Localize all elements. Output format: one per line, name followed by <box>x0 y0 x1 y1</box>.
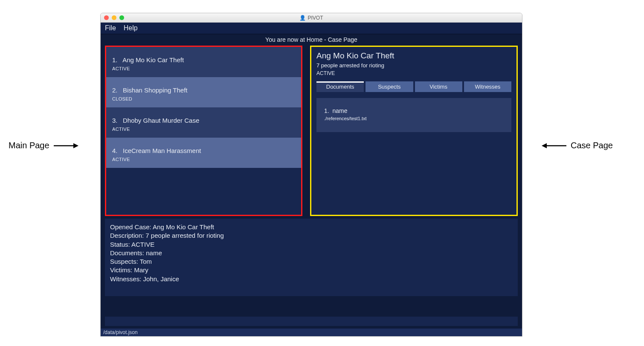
case-list-item[interactable]: 1. Ang Mo Kio Car TheftACTIVE <box>106 47 301 77</box>
case-item-title: 3. Dhoby Ghaut Murder Case <box>112 117 295 124</box>
detail-status: Status: ACTIVE <box>110 240 513 249</box>
detail-witnesses: Witnesses: John, Janice <box>110 275 513 283</box>
annotation-label: Main Page <box>9 141 49 150</box>
titlebar: 👤 PIVOT <box>101 13 522 23</box>
case-item-title: 1. Ang Mo Kio Car Theft <box>112 56 295 63</box>
detail-documents: Documents: name <box>110 249 513 257</box>
case-title: Ang Mo Kio Car Theft <box>316 51 511 61</box>
detail-description: Description: 7 people arrested for rioti… <box>110 231 513 240</box>
main-page-panel: 1. Ang Mo Kio Car TheftACTIVE2. Bishan S… <box>105 46 302 216</box>
tabs: DocumentsSuspectsVictimsWitnesses <box>316 81 511 92</box>
case-list-item[interactable]: 4. IceCream Man HarassmentACTIVE <box>106 138 301 168</box>
case-status: ACTIVE <box>316 70 511 76</box>
breadcrumb: You are now at Home - Case Page <box>101 35 522 46</box>
case-item-title: 4. IceCream Man Harassment <box>112 147 295 154</box>
svg-marker-1 <box>73 143 78 148</box>
window-title: PIVOT <box>307 15 323 21</box>
case-list-item[interactable]: 3. Dhoby Ghaut Murder CaseACTIVE <box>106 107 301 138</box>
annotation-label: Case Page <box>571 141 613 150</box>
document-item[interactable]: 1. name ./references/test1.txt <box>316 98 511 132</box>
menubar: File Help <box>101 23 522 35</box>
main-row: 1. Ang Mo Kio Car TheftACTIVE2. Bishan S… <box>101 46 522 216</box>
command-bar[interactable] <box>105 317 518 326</box>
menu-file[interactable]: File <box>105 24 116 32</box>
case-list-item[interactable]: 2. Bishan Shopping TheftCLOSED <box>106 77 301 107</box>
tab-witnesses[interactable]: Witnesses <box>464 81 511 92</box>
case-item-status: ACTIVE <box>112 66 295 71</box>
window-controls <box>104 15 124 20</box>
tab-suspects[interactable]: Suspects <box>366 81 413 92</box>
case-item-title: 2. Bishan Shopping Theft <box>112 86 295 94</box>
svg-marker-2 <box>542 143 547 148</box>
menu-help[interactable]: Help <box>124 24 138 32</box>
app-window: 👤 PIVOT File Help You are now at Home - … <box>100 13 522 337</box>
case-item-status: ACTIVE <box>112 157 295 162</box>
case-item-status: ACTIVE <box>112 127 295 132</box>
tab-documents[interactable]: Documents <box>316 81 364 92</box>
detail-opened: Opened Case: Ang Mo Kio Car Theft <box>110 223 513 231</box>
document-path: ./references/test1.txt <box>324 116 504 121</box>
detail-suspects: Suspects: Tom <box>110 257 513 266</box>
list-footer <box>106 168 301 174</box>
document-name: 1. name <box>324 107 504 114</box>
spacer <box>101 296 522 314</box>
app-icon: 👤 <box>299 15 306 21</box>
case-list: 1. Ang Mo Kio Car TheftACTIVE2. Bishan S… <box>106 47 301 168</box>
minimize-icon[interactable] <box>112 15 116 20</box>
tab-victims[interactable]: Victims <box>415 81 462 92</box>
case-page-panel: Ang Mo Kio Car Theft 7 people arrested f… <box>310 46 518 216</box>
status-bar: /data/pivot.json <box>101 329 522 336</box>
annotation-case-page: Case Page <box>542 141 613 150</box>
arrow-right-icon <box>53 141 78 150</box>
app-body: File Help You are now at Home - Case Pag… <box>101 23 522 336</box>
arrow-left-icon <box>542 141 567 150</box>
case-item-status: CLOSED <box>112 96 295 101</box>
annotation-main-page: Main Page <box>9 141 78 150</box>
close-icon[interactable] <box>104 15 109 20</box>
maximize-icon[interactable] <box>119 15 124 20</box>
case-desc: 7 people arrested for rioting <box>316 62 511 69</box>
case-details: Opened Case: Ang Mo Kio Car Theft Descri… <box>105 219 518 296</box>
detail-victims: Victims: Mary <box>110 266 513 274</box>
